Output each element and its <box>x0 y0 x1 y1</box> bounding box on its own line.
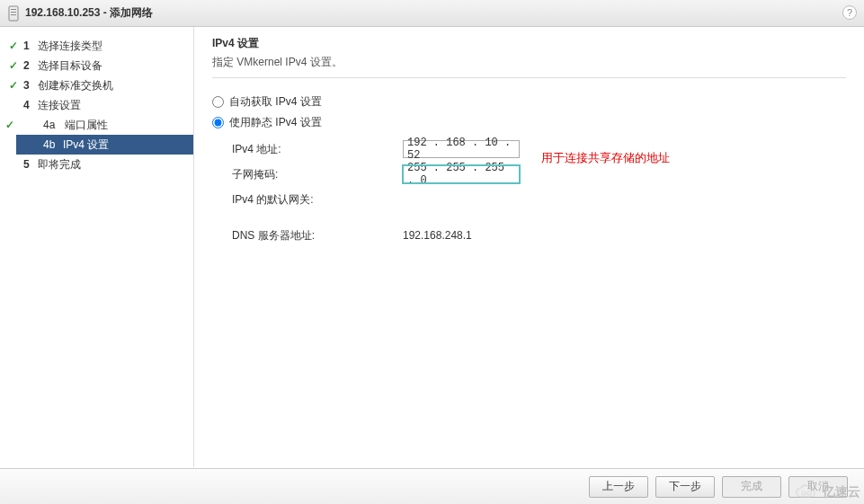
radio-auto-row[interactable]: 自动获取 IPv4 设置 <box>212 94 846 110</box>
step-3[interactable]: ✓ 3 创建标准交换机 <box>0 75 193 95</box>
dns-value: 192.168.248.1 <box>403 229 472 242</box>
ipv4-address-input[interactable]: 192 . 168 . 10 . 52 <box>403 140 520 158</box>
dns-label: DNS 服务器地址: <box>232 228 403 243</box>
step-4[interactable]: 4 连接设置 <box>0 95 193 115</box>
row-subnet: 子网掩码: 255 . 255 . 255 . 0 <box>232 164 846 184</box>
dialog-body: ✓ 1 选择连接类型 ✓ 2 选择目标设备 ✓ 3 创建标准交换机 4 连接设置… <box>0 27 864 467</box>
step-number: 5 <box>20 158 36 171</box>
radio-auto[interactable] <box>212 96 224 108</box>
step-label: 选择目标设备 <box>36 58 102 74</box>
back-button[interactable]: 上一步 <box>589 476 648 498</box>
substep-4b-row[interactable]: 4b IPv4 设置 <box>16 135 193 155</box>
substep-label: IPv4 设置 <box>63 137 109 153</box>
step-label: 选择连接类型 <box>36 39 102 54</box>
step-label: 连接设置 <box>36 98 81 113</box>
radio-static-label: 使用静态 IPv4 设置 <box>229 115 322 130</box>
step-number: 4 <box>20 99 36 111</box>
dialog-footer: 上一步 下一步 完成 取消 <box>0 468 864 504</box>
step-number: 3 <box>20 79 36 92</box>
wizard-content: IPv4 设置 指定 VMkernel IPv4 设置。 自动获取 IPv4 设… <box>193 27 864 467</box>
svg-rect-2 <box>11 12 16 13</box>
step-number: 1 <box>20 40 36 52</box>
check-icon: ✓ <box>7 79 20 92</box>
ipv4-address-label: IPv4 地址: <box>232 142 403 157</box>
step-1[interactable]: ✓ 1 选择连接类型 <box>0 36 193 56</box>
annotation-text: 用于连接共享存储的地址 <box>541 150 670 166</box>
radio-auto-label: 自动获取 IPv4 设置 <box>229 94 322 110</box>
cancel-button: 取消 <box>788 476 848 498</box>
help-icon[interactable]: ? <box>842 5 857 20</box>
svg-rect-3 <box>11 14 16 15</box>
section-subtitle: 指定 VMkernel IPv4 设置。 <box>212 55 846 70</box>
check-icon: ✓ <box>7 59 20 72</box>
section-title: IPv4 设置 <box>212 36 846 51</box>
row-ipv4-address: IPv4 地址: 192 . 168 . 10 . 52 用于连接共享存储的地址 <box>232 139 846 159</box>
wizard-sidebar: ✓ 1 选择连接类型 ✓ 2 选择目标设备 ✓ 3 创建标准交换机 4 连接设置… <box>0 27 193 467</box>
subnet-input[interactable]: 255 . 255 . 255 . 0 <box>403 165 520 183</box>
step-5[interactable]: 5 即将完成 <box>0 155 193 174</box>
step-number: 2 <box>20 59 36 72</box>
substep-4a-row[interactable]: ✓ 4a 端口属性 <box>0 115 193 135</box>
row-gateway: IPv4 的默认网关: <box>232 190 846 209</box>
substep-label: 端口属性 <box>65 118 108 133</box>
step-2[interactable]: ✓ 2 选择目标设备 <box>0 56 193 75</box>
divider <box>212 77 846 78</box>
finish-button: 完成 <box>722 476 781 498</box>
next-button[interactable]: 下一步 <box>655 476 715 498</box>
check-icon: ✓ <box>4 119 16 131</box>
radio-static[interactable] <box>212 117 224 128</box>
subnet-label: 子网掩码: <box>232 167 403 182</box>
svg-rect-1 <box>11 9 16 10</box>
dialog-title: 192.168.10.253 - 添加网络 <box>25 5 153 21</box>
gateway-label: IPv4 的默认网关: <box>232 192 403 208</box>
step-label: 创建标准交换机 <box>36 78 113 93</box>
check-icon: ✓ <box>7 40 20 52</box>
titlebar: 192.168.10.253 - 添加网络 ? <box>0 0 864 27</box>
row-dns: DNS 服务器地址: 192.168.248.1 <box>232 225 846 245</box>
radio-static-row[interactable]: 使用静态 IPv4 设置 <box>212 115 846 130</box>
host-icon <box>7 5 20 22</box>
static-form: IPv4 地址: 192 . 168 . 10 . 52 用于连接共享存储的地址… <box>212 139 846 245</box>
svg-rect-0 <box>9 6 18 21</box>
step-label: 即将完成 <box>36 157 81 172</box>
substep-number: 4b <box>43 138 63 151</box>
substep-number: 4a <box>43 119 65 131</box>
